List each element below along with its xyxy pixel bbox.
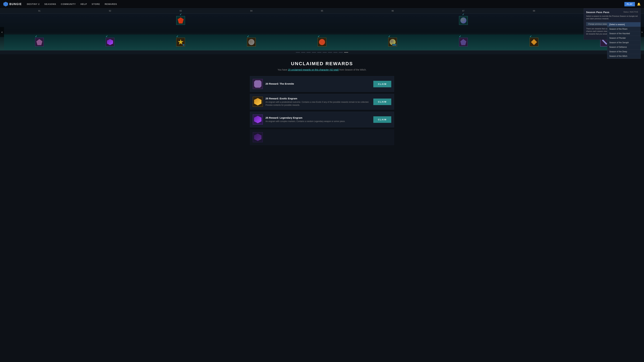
reward-img-1 [253, 79, 263, 89]
item-box-95[interactable] [318, 38, 326, 46]
logo[interactable]: BUNGIE [3, 2, 22, 6]
carousel-bot-item-97: ✓ [428, 34, 498, 50]
navigation: BUNGIE DESTINY 2 SEASONS COMMUNITY HELP … [0, 0, 644, 8]
dot-4[interactable] [312, 52, 316, 53]
dropdown-item-risen[interactable]: Season of the Risen [607, 27, 640, 31]
checkmark-96: ✓ [388, 35, 390, 38]
reward-name-3: 25 Reward: Legendary Engram [266, 116, 371, 119]
bell-icon[interactable]: 🔔 [637, 2, 641, 6]
reward-name-1: 20 Reward: The Eremite [266, 82, 371, 85]
claim-button-2[interactable]: CLAIM [373, 98, 391, 105]
item-box-93[interactable]: 5 [176, 38, 185, 46]
dot-9[interactable] [339, 52, 343, 53]
carousel-dots [0, 50, 644, 54]
subtitle-highlight[interactable]: 15 unclaimed rewards on this character (… [288, 68, 339, 71]
carousel-bot-item-91: ✓ [4, 34, 75, 50]
reward-img-2 [253, 97, 263, 107]
carousel-bot-item-94: ✓ [216, 34, 286, 50]
item-badge-93: 5 [183, 44, 184, 46]
item-box-92[interactable] [106, 38, 114, 46]
dot-2[interactable] [301, 52, 305, 53]
carousel-num-98: 98 [498, 10, 569, 12]
dropdown-item-seraph[interactable]: Season of the Seraph [607, 40, 640, 45]
dot-3[interactable] [306, 52, 310, 53]
dropdown-item-haunted[interactable]: Season of the Haunted [607, 31, 640, 36]
item-box-94[interactable] [247, 38, 256, 46]
nav-link-help[interactable]: HELP [80, 3, 87, 5]
checkmark-93: ✓ [176, 35, 178, 38]
carousel-top-row: ✓ ✓ [4, 16, 640, 25]
item-icon-97-top [460, 17, 467, 24]
nav-links: DESTINY 2 SEASONS COMMUNITY HELP STORE R… [27, 3, 624, 5]
popup-status: Status: INACTIVE [623, 11, 638, 13]
dropdown-item-defiance[interactable]: Season of Defiance [607, 45, 640, 49]
carousel-bottom-row: ✓ ✓ [4, 34, 640, 50]
change-season-button[interactable]: Change previous season [586, 22, 610, 26]
carousel-top-item-92 [75, 16, 145, 25]
item-box-93-top[interactable] [176, 16, 185, 25]
dropdown-item-plunder[interactable]: Season of Plunder [607, 36, 640, 40]
reward-img-4 [253, 132, 263, 142]
checkmark-92: ✓ [106, 35, 108, 38]
play-button[interactable]: PLAY [624, 2, 635, 6]
dropdown-item-witch[interactable]: Season of the Witch [607, 54, 640, 58]
carousel-bot-item-96: ✓ 1200 [358, 34, 428, 50]
dot-1[interactable] [296, 52, 300, 53]
item-box-97[interactable] [459, 38, 468, 46]
item-icon-97 [460, 39, 467, 45]
nav-right: PLAY 🔔 [624, 2, 641, 6]
rewards-section: UNCLAIMED REWARDS You have 15 unclaimed … [246, 54, 398, 154]
dot-5[interactable] [317, 52, 321, 53]
nav-link-rewards[interactable]: REWARDS [105, 3, 117, 5]
popup-header: Season Pass Pass Status: INACTIVE [586, 11, 638, 13]
item-box-91[interactable] [35, 38, 44, 46]
carousel-num-91: 91 [4, 10, 75, 12]
nav-link-destiny2[interactable]: DESTINY 2 [27, 3, 40, 5]
carousel-top-item-96 [358, 16, 428, 25]
claim-button-3[interactable]: CLAIM [373, 116, 391, 123]
nav-link-seasons[interactable]: SEASONS [44, 3, 56, 5]
nav-link-store[interactable]: STORE [92, 3, 100, 5]
rewards-title: UNCLAIMED REWARDS [250, 61, 394, 66]
carousel-num-92: 92 [75, 10, 145, 12]
dot-8[interactable] [334, 52, 338, 53]
carousel-track: ‹ ✓ [0, 13, 644, 50]
carousel-section: 91 92 93 94 95 96 97 98 99 ‹ [0, 8, 644, 54]
dropdown-item-deep[interactable]: Season of the Deep [607, 49, 640, 54]
checkmark-94: ✓ [247, 35, 249, 38]
nav-link-community[interactable]: COMMUNITY [61, 3, 76, 5]
dot-6[interactable] [323, 52, 327, 53]
subtitle-post: from Season of the Witch. [339, 68, 366, 71]
carousel-num-97: 97 [428, 10, 498, 12]
season-dropdown: [Select a season] Season of the Risen Se… [607, 22, 641, 59]
bungie-logo-icon [3, 2, 8, 6]
carousel-top-item-97: ✓ [428, 16, 498, 25]
item-box-97-top[interactable] [459, 16, 468, 25]
checkmark-98: ✓ [530, 35, 532, 38]
reward-info-1: 20 Reward: The Eremite [266, 82, 371, 86]
carousel-num-94: 94 [216, 10, 286, 12]
checkmark-91: ✓ [35, 35, 37, 38]
checkmark-97: ✓ [459, 35, 461, 38]
item-box-96[interactable]: 1200 [388, 38, 397, 46]
item-box-98[interactable] [530, 38, 538, 46]
dot-10[interactable] [344, 52, 348, 53]
reward-desc-3: An engram with complex markers. Contains… [266, 120, 371, 123]
dot-7[interactable] [328, 52, 332, 53]
item-icon-93-top [177, 17, 184, 24]
carousel-num-95: 95 [286, 10, 357, 12]
claim-button-1[interactable]: CLAIM [373, 81, 391, 87]
checkmark-95: ✓ [318, 35, 320, 38]
carousel-top-item-95 [286, 16, 357, 25]
popup-description: Select a season to override the Previous… [586, 15, 638, 20]
carousel-bot-item-93: ✓ 5 [146, 34, 216, 50]
rewards-subtitle: You have 15 unclaimed rewards on this ch… [250, 68, 394, 71]
reward-card-2: 25 Reward: Exotic Engram An engram with … [250, 94, 394, 110]
checkmark-93-top: ✓ [180, 13, 182, 16]
carousel-num-93: 93 [146, 10, 216, 12]
carousel-arrow-left[interactable]: ‹ [0, 27, 4, 37]
dropdown-item-select[interactable]: [Select a season] [607, 22, 640, 27]
reward-info-2: 25 Reward: Exotic Engram An engram with … [266, 97, 371, 107]
reward-card-3: 25 Reward: Legendary Engram An engram wi… [250, 112, 394, 127]
logo-text: BUNGIE [10, 3, 22, 6]
